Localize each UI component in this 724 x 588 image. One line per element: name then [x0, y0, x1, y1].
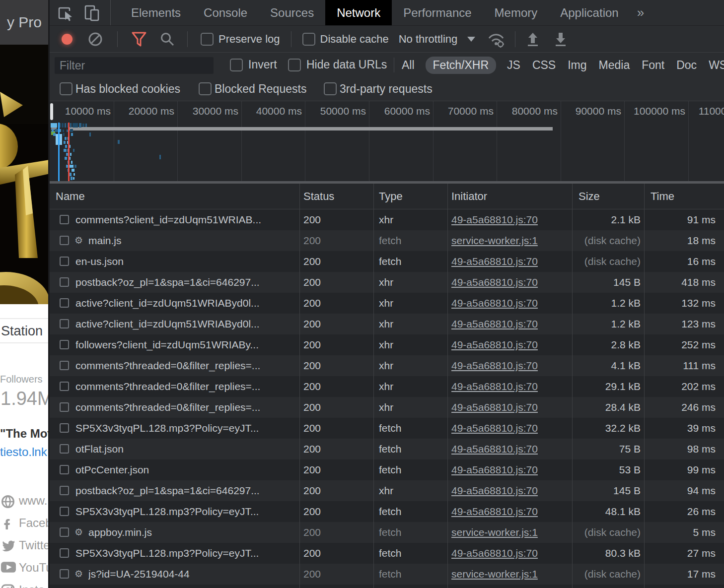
export-har-icon[interactable] — [553, 31, 568, 47]
table-row[interactable]: postback?oz_pl=1&spa=1&ci=646297...200xh… — [50, 272, 724, 293]
overview-request-bar — [73, 177, 74, 180]
table-row[interactable]: comments?client_id=zdUqm51WRIAB...200xhr… — [50, 209, 724, 230]
overview-gridline — [433, 101, 434, 181]
facebook-icon — [1, 517, 15, 531]
request-type: fetch — [379, 418, 402, 439]
request-status: 200 — [303, 522, 321, 543]
request-time: 111 ms — [646, 355, 716, 376]
row-checkbox[interactable] — [60, 277, 69, 287]
row-checkbox[interactable] — [60, 507, 69, 516]
request-status: 200 — [303, 480, 321, 501]
table-row[interactable]: otPcCenter.json200fetch49-a5a68810.js:70… — [50, 459, 724, 480]
row-checkbox[interactable] — [60, 361, 69, 370]
tab-performance[interactable]: Performance — [392, 0, 483, 25]
invert-checkbox[interactable] — [230, 59, 243, 71]
row-checkbox[interactable] — [60, 486, 69, 495]
filter-type-doc[interactable]: Doc — [675, 57, 698, 74]
request-time: 99 ms — [646, 459, 716, 480]
table-row[interactable]: SP5X3v3tyqPL.128.mp3?Policy=eyJT...200fe… — [50, 501, 724, 522]
table-row[interactable]: en-us.json200fetch49-a5a68810.js:70(disk… — [50, 251, 724, 272]
row-checkbox[interactable] — [60, 444, 69, 454]
service-worker-gear-icon: ⚙ — [74, 564, 83, 585]
filter-type-ws[interactable]: WS — [708, 57, 724, 74]
throttling-select[interactable]: No throttling — [399, 33, 458, 46]
network-conditions-icon[interactable] — [486, 30, 506, 48]
column-header-size[interactable]: Size — [579, 184, 600, 209]
network-overview[interactable]: 10000 ms20000 ms30000 ms40000 ms50000 ms… — [50, 101, 724, 184]
table-row[interactable]: comments?threaded=0&filter_replies=...20… — [50, 355, 724, 376]
filter-type-media[interactable]: Media — [598, 57, 631, 74]
filter-type-fetch-xhr[interactable]: Fetch/XHR — [426, 57, 496, 74]
import-har-icon[interactable] — [525, 31, 540, 47]
column-header-name[interactable]: Name — [56, 184, 85, 209]
column-header-initiator[interactable]: Initiator — [451, 184, 487, 209]
row-checkbox[interactable] — [60, 257, 69, 266]
table-row[interactable]: followers?client_id=zdUqm51WRIABy...200x… — [50, 334, 724, 355]
column-separator — [572, 184, 573, 588]
row-checkbox[interactable] — [60, 340, 69, 349]
page-station-tab[interactable]: Station — [0, 318, 50, 343]
page-bio-link[interactable]: tiesto.lnk — [0, 445, 47, 459]
3rd-party-requests-checkbox[interactable] — [324, 82, 337, 95]
filter-type-font[interactable]: Font — [641, 57, 665, 74]
invert-label: Invert — [248, 58, 277, 71]
preserve-log-checkbox[interactable] — [201, 33, 214, 46]
request-status: 200 — [303, 355, 321, 376]
tab-network[interactable]: Network — [325, 0, 392, 25]
tab-sources[interactable]: Sources — [259, 0, 325, 25]
column-header-type[interactable]: Type — [379, 184, 403, 209]
tab-elements[interactable]: Elements — [120, 0, 192, 25]
table-row[interactable]: ⚙main.js200fetchservice-worker.js:1(disk… — [50, 230, 724, 251]
followers-label: Followers — [0, 374, 43, 385]
has-blocked-cookies-checkbox[interactable] — [60, 82, 72, 95]
blocked-requests-checkbox[interactable] — [199, 82, 212, 95]
search-icon[interactable] — [159, 31, 175, 47]
row-checkbox[interactable] — [60, 298, 69, 308]
disable-cache-checkbox[interactable] — [302, 33, 315, 46]
column-header-time[interactable]: Time — [651, 184, 674, 209]
clear-icon[interactable] — [87, 31, 103, 47]
row-checkbox[interactable] — [60, 319, 69, 328]
filter-type-all[interactable]: All — [401, 57, 416, 74]
overview-drag-handle[interactable] — [50, 103, 53, 120]
filter-type-js[interactable]: JS — [506, 57, 521, 74]
request-status: 200 — [303, 251, 321, 272]
filter-icon[interactable] — [131, 31, 147, 48]
table-row[interactable]: ⚙js?id=UA-2519404-44200fetchservice-work… — [50, 564, 724, 585]
filter-input[interactable] — [55, 57, 214, 74]
tab-application[interactable]: Application — [549, 0, 630, 25]
row-checkbox[interactable] — [60, 423, 69, 433]
overview-request-bar — [65, 123, 66, 128]
row-checkbox[interactable] — [60, 236, 69, 245]
table-row[interactable]: ⚙appboy.min.js200fetchservice-worker.js:… — [50, 522, 724, 543]
record-button[interactable] — [62, 34, 72, 45]
row-checkbox[interactable] — [60, 402, 69, 412]
table-row[interactable]: postback?oz_pl=1&spa=1&ci=646297...200xh… — [50, 480, 724, 501]
column-header-status[interactable]: Status — [303, 184, 334, 209]
table-row[interactable]: comments?threaded=0&filter_replies=...20… — [50, 397, 724, 418]
inspect-element-icon[interactable] — [58, 4, 74, 21]
row-checkbox[interactable] — [60, 215, 69, 224]
row-checkbox[interactable] — [60, 569, 69, 579]
row-checkbox[interactable] — [60, 465, 69, 474]
overview-request-bar — [89, 132, 91, 136]
table-row[interactable]: SP5X3v3tyqPL.128.mp3?Policy=eyJT...200fe… — [50, 543, 724, 564]
tab-memory[interactable]: Memory — [483, 0, 549, 25]
table-row[interactable]: comments?threaded=0&filter_replies=...20… — [50, 376, 724, 397]
filter-type-img[interactable]: Img — [567, 57, 587, 74]
filter-type-css[interactable]: CSS — [531, 57, 557, 74]
device-toolbar-icon[interactable] — [83, 4, 100, 21]
more-tabs-button[interactable]: » — [630, 0, 651, 25]
row-checkbox[interactable] — [60, 527, 69, 537]
table-row[interactable]: active?client_id=zdUqm51WRIAByd0l...200x… — [50, 293, 724, 314]
hide-data-urls-checkbox[interactable] — [288, 59, 301, 71]
table-row[interactable]: SP5X3v3tyqPL.128.mp3?Policy=eyJT...200fe… — [50, 418, 724, 439]
column-separator — [373, 184, 374, 588]
tab-console[interactable]: Console — [192, 0, 259, 25]
hide-data-urls-label: Hide data URLs — [306, 58, 387, 71]
table-row[interactable]: active?client_id=zdUqm51WRIAByd0l...200x… — [50, 314, 724, 334]
table-row[interactable]: otFlat.json200fetch49-a5a68810.js:7075 B… — [50, 439, 724, 459]
row-checkbox[interactable] — [60, 382, 69, 391]
chevron-down-icon[interactable] — [467, 37, 475, 42]
row-checkbox[interactable] — [60, 548, 69, 558]
